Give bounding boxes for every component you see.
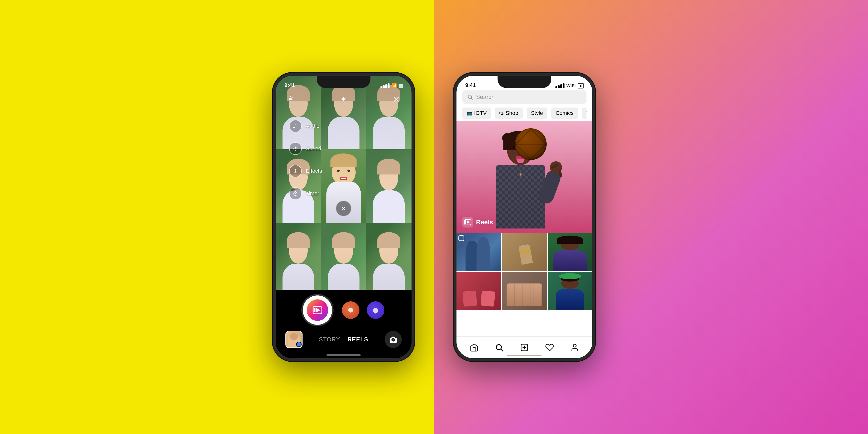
thumb-2[interactable] — [502, 234, 547, 271]
phone2-main: Search 📺 IGTV 🛍 Shop Style — [457, 76, 592, 358]
svg-line-5 — [296, 148, 297, 149]
volume-down-button-2 — [454, 161, 456, 181]
shutter-button[interactable] — [303, 296, 332, 325]
home-indicator-1 — [327, 354, 361, 356]
effect-1[interactable] — [342, 301, 360, 319]
dismiss-button[interactable] — [336, 200, 351, 216]
signal-icon-1 — [380, 83, 390, 88]
phone-2: 9:41 WiFi ■ — [454, 73, 595, 361]
reels-icon — [462, 217, 473, 227]
reels-featured-card[interactable]: ✝ — [457, 121, 592, 234]
shop-icon: 🛍 — [499, 111, 504, 116]
nav-profile-icon[interactable] — [569, 342, 580, 353]
reels-person-bg: ✝ — [457, 121, 592, 234]
audio-icon — [289, 120, 302, 132]
flash-icon[interactable] — [337, 93, 350, 105]
cat-label-shop: Shop — [505, 110, 518, 116]
reels-toolbar: Audio Speed — [289, 120, 322, 200]
svg-point-6 — [295, 170, 296, 172]
effects-label: Effects — [306, 168, 322, 174]
home-indicator-2 — [507, 355, 541, 356]
face-cell-8 — [366, 223, 411, 296]
cat-label-comics: Comics — [556, 110, 574, 116]
camera-bottom: STORY REELS — [276, 290, 411, 358]
effects-row — [303, 296, 384, 325]
camera-top-controls — [276, 93, 411, 105]
user-avatar[interactable] — [285, 331, 303, 348]
nav-home-icon[interactable] — [469, 342, 479, 353]
cat-tab-shop[interactable]: 🛍 Shop — [495, 107, 523, 119]
svg-point-28 — [573, 344, 576, 347]
svg-point-16 — [468, 95, 472, 98]
volume-up-button — [273, 137, 275, 156]
reels-shutter-inner — [307, 299, 328, 321]
speed-label: Speed — [306, 146, 321, 152]
wifi-icon-1: 📶 — [392, 83, 397, 89]
search-bar[interactable]: Search — [462, 90, 587, 103]
effect-2[interactable] — [367, 301, 384, 319]
timer-tool[interactable]: Timer — [289, 187, 322, 200]
svg-rect-13 — [313, 308, 315, 312]
category-tabs: 📺 IGTV 🛍 Shop Style Comics — [462, 107, 587, 119]
cat-tab-tvmovie[interactable]: TV & Movie — [582, 107, 587, 119]
phone-2-screen: 9:41 WiFi ■ — [457, 76, 592, 358]
explore-header: Search 📺 IGTV 🛍 Shop Style — [457, 90, 592, 119]
speed-tool[interactable]: Speed — [289, 142, 322, 155]
cat-tab-igtv[interactable]: 📺 IGTV — [462, 107, 491, 119]
cat-tab-style[interactable]: Style — [527, 107, 548, 119]
notch-2 — [498, 76, 551, 88]
phone-1-screen: 9:41 📶 ▓▓ — [276, 76, 411, 358]
svg-line-17 — [471, 98, 473, 100]
svg-point-15 — [349, 309, 352, 312]
notch-1 — [317, 76, 370, 88]
thumb-3[interactable] — [548, 234, 592, 271]
face-cell-7 — [321, 223, 366, 296]
silent-button-2 — [454, 120, 456, 132]
wifi-icon-2: WiFi — [566, 83, 576, 89]
status-icons-2: WiFi ■ — [555, 83, 584, 89]
face-cell-6 — [276, 223, 321, 296]
timer-icon — [289, 187, 302, 200]
cat-tab-comics[interactable]: Comics — [551, 107, 578, 119]
reels-tab[interactable]: REELS — [347, 336, 368, 343]
timer-label: Timer — [306, 190, 319, 197]
mode-row: STORY REELS — [276, 331, 411, 348]
nav-search-icon[interactable] — [494, 342, 505, 353]
flip-camera-button[interactable] — [385, 331, 402, 348]
battery-icon-1: ▓▓ — [399, 84, 403, 88]
explore-content: ✝ — [457, 121, 592, 336]
cat-label-style: Style — [531, 110, 543, 116]
settings-icon[interactable] — [284, 93, 297, 105]
svg-rect-22 — [465, 220, 466, 224]
audio-tool[interactable]: Audio — [289, 120, 322, 132]
status-icons-1: 📶 ▓▓ — [380, 83, 403, 89]
effects-icon — [289, 165, 302, 178]
volume-up-button-2 — [454, 137, 456, 156]
phone-1: 9:41 📶 ▓▓ — [273, 73, 414, 361]
nav-heart-icon[interactable] — [544, 342, 555, 353]
effects-tool[interactable]: Effects — [289, 165, 322, 178]
thumb-4[interactable] — [457, 272, 501, 310]
svg-marker-21 — [467, 220, 470, 224]
igtv-icon: 📺 — [467, 111, 472, 116]
time-2: 9:41 — [465, 82, 475, 89]
thumbnail-grid — [457, 234, 592, 310]
thumb-6[interactable] — [548, 272, 592, 310]
nav-add-icon[interactable] — [519, 342, 530, 353]
thumb-1[interactable] — [457, 234, 501, 271]
close-icon[interactable] — [390, 93, 403, 105]
story-tab[interactable]: STORY — [319, 336, 340, 343]
audio-label: Audio — [306, 123, 319, 129]
cat-label-tvmovie: TV & Movie — [586, 110, 587, 116]
speed-icon — [289, 142, 302, 155]
volume-down-button — [273, 161, 275, 181]
svg-marker-12 — [316, 308, 320, 312]
thumb-5[interactable] — [502, 272, 547, 310]
silent-button — [273, 120, 275, 132]
svg-point-23 — [496, 345, 501, 350]
search-magnifier-icon — [467, 94, 473, 100]
signal-icon-2 — [555, 83, 564, 88]
svg-line-24 — [501, 349, 503, 351]
mode-tabs: STORY REELS — [319, 336, 368, 343]
battery-icon-2: ■ — [578, 83, 584, 89]
